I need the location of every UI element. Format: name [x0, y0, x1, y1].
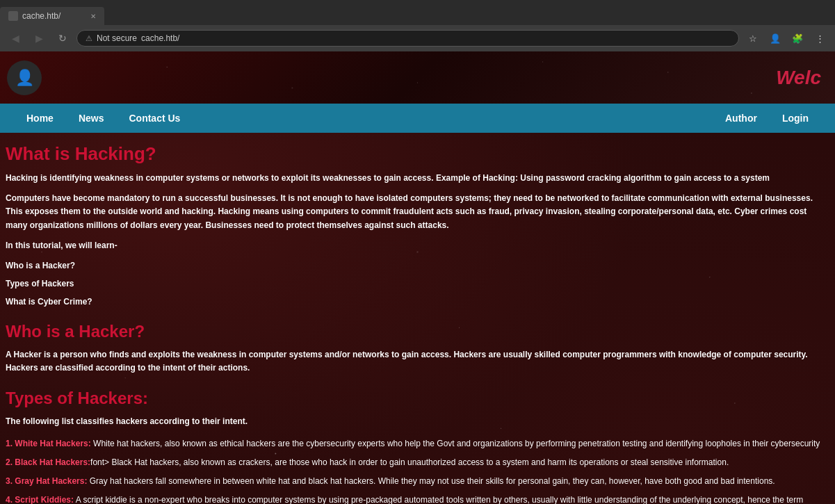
section1-item3: What is Cyber Crime?: [6, 295, 829, 308]
section1-item2: Types of Hackers: [6, 277, 829, 290]
nav-left: Home News Contact Us: [14, 106, 193, 131]
hacker-label-1: 1. White Hat Hackers:: [6, 439, 91, 448]
forward-button[interactable]: ▶: [29, 29, 49, 48]
nav-author[interactable]: Author: [713, 106, 770, 131]
browser-toolbar: ◀ ▶ ↻ ⚠ Not secure cache.htb/ ☆ 👤 🧩 ⋮: [0, 25, 835, 51]
section1-title: What is Hacking?: [6, 143, 829, 165]
hacker-item-3: 3. Gray Hat Hackers: Gray hat hackers fa…: [6, 475, 829, 488]
hacker-desc-1: White hat hackers, also known as ethical…: [91, 439, 820, 448]
site-content: What is Hacking? Hacking is identifying …: [0, 133, 835, 504]
nav-login[interactable]: Login: [770, 106, 821, 131]
browser-tabs: cache.htb/ ✕: [0, 0, 835, 25]
url-display: cache.htb/: [141, 33, 179, 43]
section2-title: Who is a Hacker?: [6, 322, 829, 341]
profile-icon[interactable]: 👤: [765, 29, 785, 48]
site-logo-area: 👤: [0, 51, 49, 104]
active-tab[interactable]: cache.htb/ ✕: [0, 7, 104, 25]
nav-contact[interactable]: Contact Us: [116, 106, 193, 131]
section1-para1: Hacking is identifying weakness in compu…: [6, 172, 829, 185]
hacker-label-2: 2. Black Hat Hackers:: [6, 457, 90, 467]
nav-news[interactable]: News: [66, 106, 117, 131]
logo-icon: 👤: [15, 69, 34, 87]
hacker-desc-2: font> Black Hat hackers, also known as c…: [90, 457, 729, 467]
site-header: 👤 Welc: [0, 51, 835, 104]
menu-icon[interactable]: ⋮: [810, 29, 829, 48]
site-title: Welc: [776, 67, 821, 89]
tab-close-icon[interactable]: ✕: [90, 13, 96, 20]
site-nav: Home News Contact Us Author Login: [0, 104, 835, 133]
hacker-label-4: 4. Script Kiddies:: [6, 495, 74, 504]
address-bar[interactable]: ⚠ Not secure cache.htb/: [76, 30, 739, 47]
section1-item1: Who is a Hacker?: [6, 259, 829, 272]
bookmark-icon[interactable]: ☆: [743, 29, 763, 48]
reload-button[interactable]: ↻: [53, 29, 72, 48]
section1-para2: Computers have become mandatory to run a…: [6, 192, 829, 232]
hacker-desc-3: Gray hat hackers fall somewhere in betwe…: [87, 476, 775, 486]
back-button[interactable]: ◀: [6, 29, 25, 48]
hacker-label-3: 3. Gray Hat Hackers:: [6, 476, 87, 486]
hackers-list: 1. White Hat Hackers: White hat hackers,…: [6, 437, 829, 505]
hacker-item-1: 1. White Hat Hackers: White hat hackers,…: [6, 437, 829, 450]
not-secure-label: Not secure: [97, 33, 137, 43]
site-logo: 👤: [7, 60, 42, 95]
site-wrapper: 👤 Welc Home News Contact Us Author Login…: [0, 51, 835, 504]
section3-intro: The following list classifies hackers ac…: [6, 415, 829, 428]
browser-chrome: cache.htb/ ✕ ◀ ▶ ↻ ⚠ Not secure cache.ht…: [0, 0, 835, 51]
section3-title: Types of Hackers:: [6, 389, 829, 408]
section2-para1: A Hacker is a person who finds and explo…: [6, 348, 829, 375]
toolbar-icons: ☆ 👤 🧩 ⋮: [743, 29, 829, 48]
extensions-icon[interactable]: 🧩: [788, 29, 807, 48]
hacker-item-4: 4. Script Kiddies: A script kiddie is a …: [6, 494, 829, 504]
hacker-item-2: 2. Black Hat Hackers:font> Black Hat hac…: [6, 456, 829, 469]
tab-title: cache.htb/: [22, 11, 60, 21]
security-icon: ⚠: [86, 34, 92, 43]
section1-para3: In this tutorial, we will learn-: [6, 239, 829, 252]
nav-home[interactable]: Home: [14, 106, 66, 131]
hacker-desc-4: A script kiddie is a non-expert who brea…: [6, 495, 803, 504]
tab-favicon: [8, 11, 18, 21]
nav-right: Author Login: [713, 106, 821, 131]
